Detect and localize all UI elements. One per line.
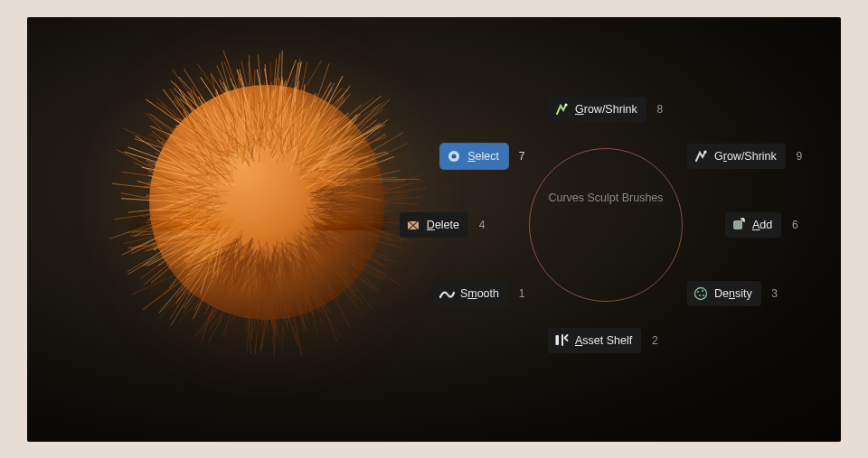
svg-line-819: [250, 249, 265, 293]
svg-line-158: [282, 242, 289, 297]
svg-line-490: [202, 250, 232, 342]
svg-line-1067: [200, 163, 221, 177]
svg-line-213: [188, 91, 231, 154]
brush-smooth[interactable]: Smooth 1: [433, 281, 526, 306]
svg-line-124: [271, 81, 286, 137]
svg-line-145: [175, 100, 233, 152]
svg-line-526: [284, 79, 286, 141]
svg-line-242: [267, 259, 288, 329]
svg-line-925: [203, 246, 227, 281]
svg-line-523: [254, 262, 267, 306]
svg-line-825: [177, 225, 206, 242]
svg-line-1109: [275, 252, 278, 274]
svg-line-151: [309, 135, 354, 169]
svg-line-73: [209, 255, 254, 341]
svg-line-1007: [316, 215, 342, 226]
svg-line-985: [309, 245, 343, 252]
svg-line-1197: [279, 126, 282, 154]
svg-line-1030: [197, 232, 217, 237]
svg-line-95: [274, 257, 278, 356]
svg-line-610: [281, 262, 285, 314]
svg-line-611: [314, 227, 356, 260]
svg-line-721: [240, 245, 250, 285]
svg-line-317: [170, 89, 220, 167]
svg-line-378: [285, 264, 302, 355]
svg-line-138: [261, 251, 269, 300]
svg-line-1031: [213, 237, 222, 273]
svg-line-198: [319, 98, 391, 170]
hair-curves-object: [72, 17, 461, 397]
svg-line-1151: [216, 151, 239, 153]
svg-line-728: [326, 168, 354, 193]
svg-line-428: [300, 126, 378, 179]
svg-line-1089: [320, 164, 343, 184]
svg-line-770: [280, 265, 290, 311]
svg-line-617: [176, 125, 219, 162]
svg-line-923: [316, 226, 365, 252]
svg-line-57: [184, 95, 231, 155]
brush-select[interactable]: Select 7: [440, 144, 526, 169]
brush-density[interactable]: Density 3: [687, 281, 779, 306]
svg-line-594: [304, 253, 338, 296]
svg-line-1107: [317, 223, 335, 238]
svg-line-802: [301, 249, 329, 295]
svg-line-61: [287, 113, 349, 165]
svg-line-432: [128, 224, 214, 274]
svg-line-1087: [291, 125, 292, 149]
svg-line-188: [265, 64, 272, 147]
svg-line-618: [259, 250, 269, 285]
svg-line-810: [184, 109, 215, 169]
svg-line-483: [329, 215, 388, 234]
3d-viewport[interactable]: Curves Sculpt Brushes Select 7 Delete 4 …: [27, 17, 841, 442]
svg-line-527: [159, 183, 220, 196]
svg-line-891: [305, 215, 344, 250]
svg-line-407: [156, 153, 219, 184]
svg-line-581: [287, 102, 289, 150]
svg-line-366: [315, 244, 363, 303]
brush-grow-shrink-9[interactable]: Grow/Shrink 9: [687, 144, 804, 169]
svg-line-1123: [192, 237, 217, 261]
svg-line-910: [175, 206, 208, 231]
svg-line-273: [313, 163, 376, 177]
svg-line-259: [159, 187, 208, 192]
svg-line-1132: [220, 141, 228, 156]
svg-line-251: [183, 235, 228, 255]
svg-line-337: [273, 247, 277, 327]
svg-line-851: [184, 229, 226, 252]
svg-line-302: [259, 251, 269, 333]
svg-line-593: [239, 257, 241, 301]
svg-line-389: [259, 265, 273, 338]
svg-line-775: [269, 93, 291, 139]
brush-add[interactable]: Add 6: [725, 212, 799, 238]
svg-line-987: [220, 232, 230, 243]
svg-line-78: [146, 113, 210, 181]
svg-line-326: [158, 231, 229, 299]
svg-line-698: [307, 245, 330, 267]
brush-delete[interactable]: Delete 4: [400, 212, 486, 238]
svg-line-744: [304, 117, 329, 150]
svg-line-1025: [186, 247, 225, 255]
svg-line-875: [271, 103, 277, 142]
svg-line-1006: [287, 137, 306, 152]
svg-line-540: [322, 162, 356, 187]
svg-line-363: [314, 229, 381, 266]
svg-line-1111: [250, 122, 264, 140]
svg-line-1003: [207, 136, 239, 145]
svg-line-884: [327, 177, 352, 195]
svg-line-653: [297, 114, 304, 164]
svg-line-497: [144, 221, 218, 285]
svg-line-1182: [263, 250, 267, 276]
svg-line-98: [198, 63, 251, 141]
svg-line-157: [298, 84, 305, 148]
svg-line-1160: [277, 239, 293, 255]
svg-line-481: [304, 230, 354, 291]
asset-shelf-button[interactable]: Asset Shelf 2: [548, 328, 659, 353]
svg-line-294: [201, 77, 244, 141]
svg-line-161: [313, 137, 346, 178]
brush-grow-shrink-8[interactable]: Grow/Shrink 8: [548, 97, 665, 122]
svg-line-400: [317, 153, 388, 181]
svg-line-345: [251, 102, 259, 158]
svg-line-1000: [330, 210, 358, 235]
svg-line-708: [263, 264, 265, 322]
svg-line-688: [265, 108, 281, 153]
